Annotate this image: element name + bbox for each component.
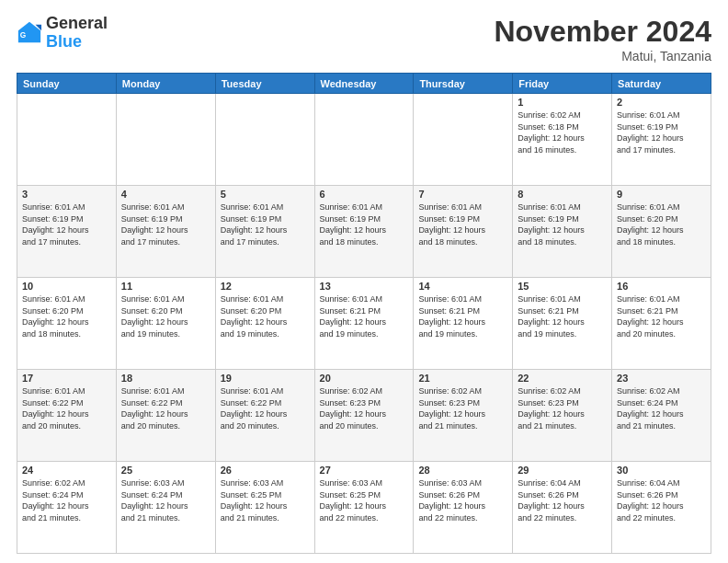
col-thursday: Thursday [414,74,513,94]
calendar-week-5: 24Sunrise: 6:02 AM Sunset: 6:24 PM Dayli… [17,462,711,554]
day-number: 3 [22,189,111,200]
day-number: 5 [221,189,310,200]
day-number: 18 [121,373,210,384]
day-info: Sunrise: 6:03 AM Sunset: 6:25 PM Dayligh… [221,477,310,523]
calendar-cell: 9Sunrise: 6:01 AM Sunset: 6:20 PM Daylig… [612,186,711,278]
title-block: November 2024 Matui, Tanzania [494,15,711,63]
day-number: 22 [518,373,607,384]
day-number: 27 [320,465,409,476]
day-number: 6 [320,189,409,200]
day-number: 17 [22,373,111,384]
location-title: Matui, Tanzania [494,49,711,63]
day-info: Sunrise: 6:01 AM Sunset: 6:19 PM Dayligh… [320,201,409,247]
calendar-cell: 7Sunrise: 6:01 AM Sunset: 6:19 PM Daylig… [414,186,513,278]
calendar-cell: 15Sunrise: 6:01 AM Sunset: 6:21 PM Dayli… [513,278,612,370]
day-info: Sunrise: 6:02 AM Sunset: 6:24 PM Dayligh… [617,385,706,431]
calendar-cell: 10Sunrise: 6:01 AM Sunset: 6:20 PM Dayli… [17,278,117,370]
day-info: Sunrise: 6:04 AM Sunset: 6:26 PM Dayligh… [518,477,607,523]
day-info: Sunrise: 6:02 AM Sunset: 6:23 PM Dayligh… [518,385,607,431]
day-number: 16 [617,281,706,292]
header: G General Blue November 2024 Matui, Tanz… [17,15,711,63]
day-info: Sunrise: 6:01 AM Sunset: 6:19 PM Dayligh… [518,201,607,247]
calendar-cell: 23Sunrise: 6:02 AM Sunset: 6:24 PM Dayli… [612,370,711,462]
col-friday: Friday [513,74,612,94]
day-number: 14 [418,281,507,292]
calendar-cell [414,94,513,186]
day-number: 13 [320,281,409,292]
month-title: November 2024 [494,15,711,49]
day-info: Sunrise: 6:01 AM Sunset: 6:22 PM Dayligh… [22,385,111,431]
day-info: Sunrise: 6:02 AM Sunset: 6:23 PM Dayligh… [320,385,409,431]
col-monday: Monday [116,74,215,94]
day-info: Sunrise: 6:01 AM Sunset: 6:20 PM Dayligh… [121,293,210,339]
day-info: Sunrise: 6:04 AM Sunset: 6:26 PM Dayligh… [617,477,706,523]
day-number: 11 [121,281,210,292]
calendar-cell: 25Sunrise: 6:03 AM Sunset: 6:24 PM Dayli… [116,462,215,554]
calendar-cell: 2Sunrise: 6:01 AM Sunset: 6:19 PM Daylig… [612,94,711,186]
calendar-cell: 5Sunrise: 6:01 AM Sunset: 6:19 PM Daylig… [215,186,314,278]
calendar-cell: 13Sunrise: 6:01 AM Sunset: 6:21 PM Dayli… [314,278,414,370]
day-info: Sunrise: 6:01 AM Sunset: 6:21 PM Dayligh… [418,293,507,339]
day-info: Sunrise: 6:01 AM Sunset: 6:21 PM Dayligh… [617,293,706,339]
calendar-cell: 16Sunrise: 6:01 AM Sunset: 6:21 PM Dayli… [612,278,711,370]
day-info: Sunrise: 6:01 AM Sunset: 6:22 PM Dayligh… [121,385,210,431]
calendar-cell: 18Sunrise: 6:01 AM Sunset: 6:22 PM Dayli… [116,370,215,462]
calendar-cell: 3Sunrise: 6:01 AM Sunset: 6:19 PM Daylig… [17,186,117,278]
logo-text: General Blue [46,15,108,52]
day-info: Sunrise: 6:02 AM Sunset: 6:23 PM Dayligh… [418,385,507,431]
calendar-cell: 6Sunrise: 6:01 AM Sunset: 6:19 PM Daylig… [314,186,414,278]
day-info: Sunrise: 6:02 AM Sunset: 6:24 PM Dayligh… [22,477,111,523]
day-info: Sunrise: 6:01 AM Sunset: 6:20 PM Dayligh… [617,201,706,247]
calendar-cell: 29Sunrise: 6:04 AM Sunset: 6:26 PM Dayli… [513,462,612,554]
day-number: 15 [518,281,607,292]
day-number: 12 [221,281,310,292]
calendar-week-2: 3Sunrise: 6:01 AM Sunset: 6:19 PM Daylig… [17,186,711,278]
day-number: 23 [617,373,706,384]
day-info: Sunrise: 6:01 AM Sunset: 6:19 PM Dayligh… [617,109,706,155]
col-wednesday: Wednesday [314,74,414,94]
col-sunday: Sunday [17,74,117,94]
logo-line1: General [46,15,108,33]
day-number: 30 [617,465,706,476]
day-number: 9 [617,189,706,200]
day-number: 10 [22,281,111,292]
svg-text:G: G [20,29,27,39]
calendar-cell: 8Sunrise: 6:01 AM Sunset: 6:19 PM Daylig… [513,186,612,278]
calendar-cell: 22Sunrise: 6:02 AM Sunset: 6:23 PM Dayli… [513,370,612,462]
day-number: 7 [418,189,507,200]
day-number: 25 [121,465,210,476]
page: G General Blue November 2024 Matui, Tanz… [0,0,728,563]
calendar-cell: 20Sunrise: 6:02 AM Sunset: 6:23 PM Dayli… [314,370,414,462]
calendar-cell: 27Sunrise: 6:03 AM Sunset: 6:25 PM Dayli… [314,462,414,554]
calendar-cell: 1Sunrise: 6:02 AM Sunset: 6:18 PM Daylig… [513,94,612,186]
day-info: Sunrise: 6:02 AM Sunset: 6:18 PM Dayligh… [518,109,607,155]
day-number: 20 [320,373,409,384]
col-tuesday: Tuesday [215,74,314,94]
calendar-week-4: 17Sunrise: 6:01 AM Sunset: 6:22 PM Dayli… [17,370,711,462]
day-info: Sunrise: 6:01 AM Sunset: 6:19 PM Dayligh… [22,201,111,247]
calendar-cell [314,94,414,186]
calendar-cell [17,94,117,186]
day-info: Sunrise: 6:03 AM Sunset: 6:24 PM Dayligh… [121,477,210,523]
day-number: 29 [518,465,607,476]
calendar-cell: 19Sunrise: 6:01 AM Sunset: 6:22 PM Dayli… [215,370,314,462]
logo: G General Blue [17,15,108,52]
day-number: 26 [221,465,310,476]
day-number: 2 [617,97,706,108]
calendar-cell [116,94,215,186]
calendar-cell: 30Sunrise: 6:04 AM Sunset: 6:26 PM Dayli… [612,462,711,554]
logo-line2: Blue [46,33,108,52]
calendar-cell [215,94,314,186]
calendar-week-1: 1Sunrise: 6:02 AM Sunset: 6:18 PM Daylig… [17,94,711,186]
day-number: 8 [518,189,607,200]
calendar-cell: 14Sunrise: 6:01 AM Sunset: 6:21 PM Dayli… [414,278,513,370]
calendar-week-3: 10Sunrise: 6:01 AM Sunset: 6:20 PM Dayli… [17,278,711,370]
calendar-cell: 17Sunrise: 6:01 AM Sunset: 6:22 PM Dayli… [17,370,117,462]
day-number: 19 [221,373,310,384]
day-number: 21 [418,373,507,384]
calendar-cell: 4Sunrise: 6:01 AM Sunset: 6:19 PM Daylig… [116,186,215,278]
day-number: 24 [22,465,111,476]
calendar-header-row: Sunday Monday Tuesday Wednesday Thursday… [17,74,711,94]
day-info: Sunrise: 6:03 AM Sunset: 6:26 PM Dayligh… [418,477,507,523]
calendar-cell: 24Sunrise: 6:02 AM Sunset: 6:24 PM Dayli… [17,462,117,554]
